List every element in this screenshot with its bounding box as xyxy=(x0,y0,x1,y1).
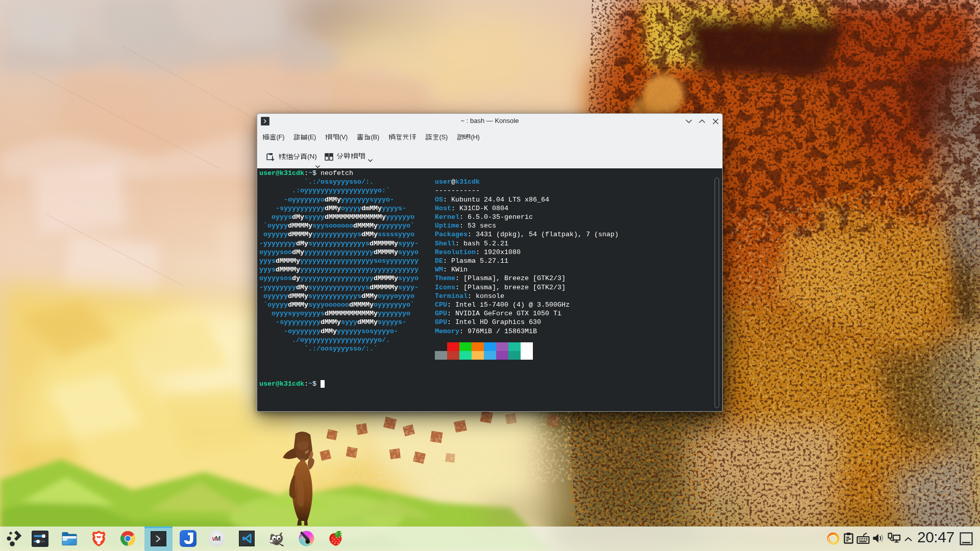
svg-text:M: M xyxy=(215,535,221,542)
